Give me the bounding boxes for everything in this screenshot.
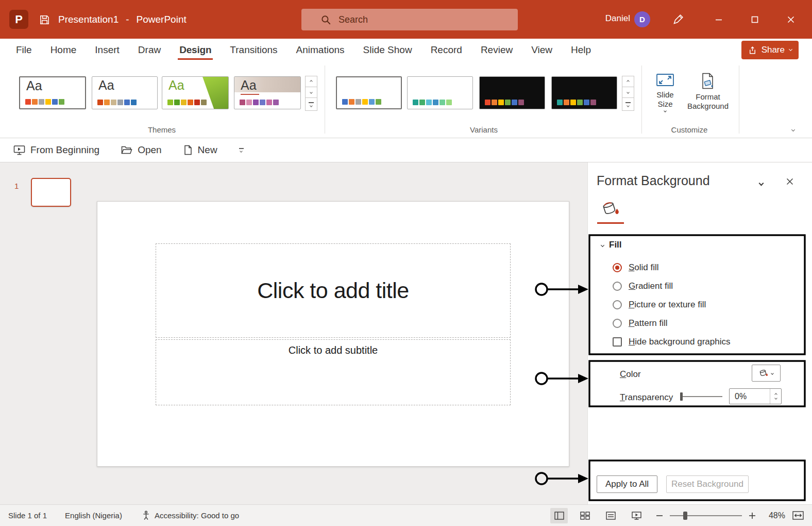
tab-animations[interactable]: Animations — [287, 39, 354, 61]
theme-sample-text: Aa — [98, 78, 114, 93]
quick-access-overflow-button[interactable] — [239, 148, 244, 152]
subtitle-placeholder[interactable]: Click to add subtitle — [156, 339, 511, 405]
share-icon — [748, 46, 757, 55]
format-background-button[interactable]: Format Background — [684, 73, 732, 111]
transparency-slider-track[interactable] — [682, 396, 722, 397]
tab-record[interactable]: Record — [421, 39, 471, 61]
gradient-fill-option[interactable]: Gradient fill — [613, 279, 673, 293]
theme-thumbnail-office[interactable]: Aa — [19, 76, 86, 109]
transparency-spinner[interactable] — [770, 389, 781, 404]
open-folder-icon — [121, 145, 132, 155]
open-button[interactable]: Open — [121, 144, 161, 156]
accessibility-label: Accessibility: Good to go — [155, 511, 239, 520]
search-box[interactable] — [301, 9, 518, 30]
new-label: New — [198, 144, 217, 156]
save-icon — [39, 14, 50, 26]
pattern-fill-option[interactable]: Pattern fill — [613, 316, 668, 331]
variants-gallery-more-button[interactable] — [622, 97, 634, 111]
minimize-button[interactable] — [701, 0, 737, 39]
close-button[interactable] — [773, 0, 809, 39]
variant-color-strip — [342, 99, 381, 105]
transparency-slider-handle[interactable] — [680, 392, 683, 401]
pane-collapse-button[interactable] — [754, 177, 768, 189]
tab-view[interactable]: View — [522, 39, 562, 61]
ribbon-divider — [325, 65, 325, 134]
variant-thumbnail-4[interactable] — [551, 76, 617, 109]
slide-canvas[interactable]: Click to add title Click to add subtitle — [97, 201, 569, 467]
pane-close-button[interactable] — [783, 175, 797, 188]
new-button[interactable]: New — [183, 144, 217, 156]
chevron-up-icon — [627, 80, 630, 83]
hide-background-graphics-checkbox[interactable]: Hide background graphics — [613, 335, 731, 349]
powerpoint-app-icon[interactable]: P — [9, 10, 28, 29]
accessibility-status[interactable]: Accessibility: Good to go — [142, 511, 239, 520]
themes-gallery-controls — [305, 76, 317, 111]
theme-thumbnail-4[interactable]: Aa — [234, 76, 301, 109]
theme-color-strip — [167, 100, 207, 105]
user-avatar[interactable]: D — [634, 11, 650, 27]
tab-review[interactable]: Review — [471, 39, 522, 61]
ink-pen-button[interactable] — [671, 12, 685, 27]
tab-slide-show[interactable]: Slide Show — [354, 39, 421, 61]
slide-sorter-view-button[interactable] — [576, 508, 594, 523]
zoom-slider-track[interactable] — [670, 515, 742, 516]
variant-thumbnail-2[interactable] — [407, 76, 473, 109]
slide-thumbnail[interactable] — [31, 178, 71, 207]
chevron-down-icon — [601, 243, 604, 246]
status-bar-right: 48% — [550, 508, 812, 523]
tab-help[interactable]: Help — [562, 39, 600, 61]
themes-gallery-more-button[interactable] — [305, 97, 317, 111]
active-tab-indicator — [597, 222, 624, 224]
variants-scroll-up-button[interactable] — [622, 76, 634, 87]
color-picker-button[interactable] — [752, 365, 781, 382]
solid-fill-option[interactable]: Solid fill — [613, 260, 659, 275]
tab-home[interactable]: Home — [41, 39, 86, 61]
chevron-down-icon — [791, 128, 795, 132]
reading-view-button[interactable] — [602, 508, 619, 523]
fill-section-header[interactable]: Fill — [601, 240, 622, 250]
transparency-value-input[interactable] — [730, 392, 764, 401]
from-beginning-button[interactable]: From Beginning — [13, 144, 99, 156]
option-label: Solid fill — [629, 262, 659, 273]
tab-transitions[interactable]: Transitions — [221, 39, 286, 61]
themes-scroll-down-button[interactable] — [305, 87, 317, 98]
variants-scroll-down-button[interactable] — [622, 87, 634, 98]
tab-file[interactable]: File — [7, 39, 41, 61]
chevron-down-icon — [758, 180, 764, 186]
share-button[interactable]: Share — [741, 41, 799, 59]
picture-or-texture-fill-option[interactable]: Picture or texture fill — [613, 298, 706, 312]
slide-size-label: Slide Size — [654, 90, 676, 109]
variant-thumbnail-1[interactable] — [336, 76, 402, 109]
account-name[interactable]: Daniel — [605, 13, 630, 24]
fit-slide-to-window-button[interactable] — [790, 509, 806, 522]
zoom-in-button[interactable] — [746, 509, 758, 522]
annotation-arrow-head-3 — [578, 474, 588, 483]
tab-insert[interactable]: Insert — [86, 39, 129, 61]
zoom-out-button[interactable] — [653, 509, 666, 522]
tab-draw[interactable]: Draw — [129, 39, 170, 61]
fill-tab-button[interactable] — [599, 198, 623, 220]
slide-size-button[interactable]: Slide Size — [648, 73, 682, 112]
apply-to-all-button[interactable]: Apply to All — [597, 475, 657, 493]
tab-design[interactable]: Design — [170, 39, 221, 61]
themes-group-label: Themes — [19, 125, 305, 134]
title-placeholder[interactable]: Click to add title — [156, 243, 511, 338]
maximize-button[interactable] — [737, 0, 773, 39]
zoom-slider-handle[interactable] — [683, 512, 687, 520]
chevron-down-icon — [664, 109, 667, 112]
themes-scroll-up-button[interactable] — [305, 76, 317, 87]
normal-view-button[interactable] — [550, 508, 568, 523]
customize-group-label: Customize — [645, 125, 734, 134]
save-button[interactable] — [37, 12, 52, 27]
search-input[interactable] — [339, 14, 518, 25]
slide-show-view-button[interactable] — [628, 508, 645, 523]
variant-thumbnail-3[interactable] — [479, 76, 545, 109]
variants-gallery-controls — [622, 76, 634, 111]
reading-view-icon — [606, 512, 616, 520]
language-status[interactable]: English (Nigeria) — [65, 511, 122, 520]
theme-thumbnail-facet[interactable]: Aa — [162, 76, 229, 109]
theme-thumbnail-2[interactable]: Aa — [92, 76, 158, 109]
collapse-ribbon-button[interactable] — [792, 125, 794, 133]
zoom-level[interactable]: 48% — [763, 511, 785, 520]
new-document-icon — [183, 145, 193, 155]
